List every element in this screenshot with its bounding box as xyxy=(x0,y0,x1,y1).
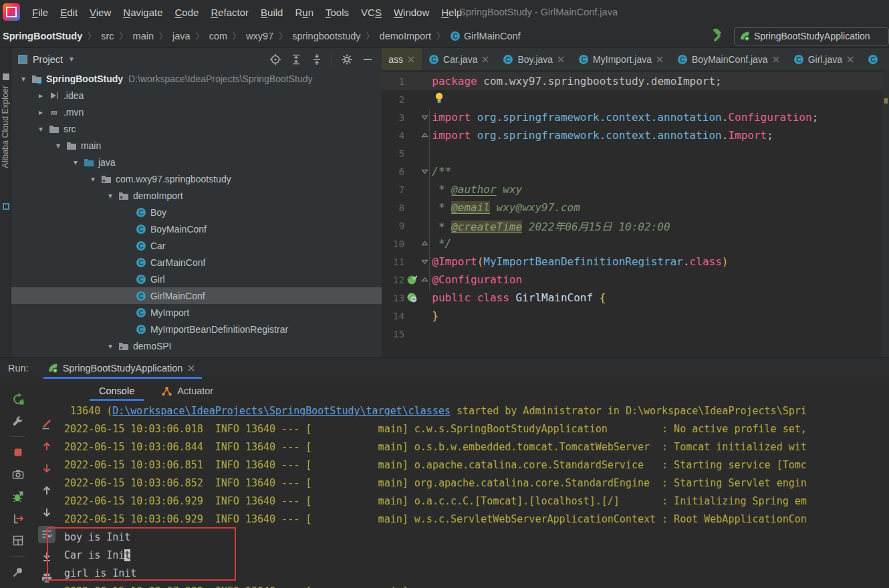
spring-conf-icon[interactable]: e xyxy=(404,293,419,303)
breadcrumb-item-girlmainconf[interactable]: CGirlMainConf xyxy=(450,31,521,41)
tree-item-idea[interactable]: ▸.idea xyxy=(11,87,382,104)
rerun-button[interactable] xyxy=(9,390,27,408)
close-icon[interactable] xyxy=(557,55,565,63)
minus-icon[interactable] xyxy=(362,53,374,65)
down-gray-button[interactable] xyxy=(38,504,55,521)
editor-tab-ass[interactable]: ass xyxy=(382,48,422,70)
exit-button[interactable] xyxy=(9,510,27,527)
tree-item-carmainconf[interactable]: CCarMainConf xyxy=(11,254,382,271)
menu-build[interactable]: Build xyxy=(255,7,289,18)
tree-item-myimport[interactable]: CMyImport xyxy=(11,304,382,321)
chevron-down-icon[interactable]: ▾ xyxy=(50,141,66,150)
tree-item-demoimport[interactable]: ▾demoImport xyxy=(11,187,382,204)
close-icon[interactable] xyxy=(846,55,854,63)
breadcrumb-item-demoimport[interactable]: demoImport xyxy=(380,31,431,41)
stop-button[interactable] xyxy=(9,444,27,461)
menu-file[interactable]: File xyxy=(26,7,54,18)
menu-navigate[interactable]: Navigate xyxy=(117,7,168,18)
chevron-down-icon[interactable]: ▼ xyxy=(68,55,75,63)
softwrap-button[interactable] xyxy=(38,526,55,543)
tree-item-java[interactable]: ▾java xyxy=(11,154,382,170)
scrollend-button[interactable] xyxy=(38,548,55,565)
close-icon[interactable] xyxy=(656,55,664,63)
breadcrumb-item-com[interactable]: com xyxy=(209,31,227,41)
print-button[interactable] xyxy=(38,570,55,587)
expand-icon[interactable] xyxy=(290,53,302,65)
breadcrumb-item-springbootstudy[interactable]: SpringBootStudy xyxy=(3,31,82,41)
console-path-link[interactable]: D:\workspace\IdeaProjects\SpringBootStud… xyxy=(112,405,451,417)
breadcrumb-item-src[interactable]: src xyxy=(101,31,114,41)
run-tab-springbootstudyapplication[interactable]: SpringBootStudyApplication xyxy=(43,358,203,378)
chevron-down-icon[interactable]: ▾ xyxy=(15,74,31,84)
clear-button[interactable] xyxy=(38,416,55,433)
editor-tab-car-java[interactable]: CCar.java xyxy=(422,48,496,70)
tree-item-girl[interactable]: CGirl xyxy=(11,271,382,287)
tree-item-com-wxy97-springbootstudy[interactable]: ▾com.wxy97.springbootstudy xyxy=(11,170,382,187)
tab-console[interactable]: Console xyxy=(99,381,134,401)
tool-stripe-icon-blue[interactable] xyxy=(3,203,9,210)
menu-edit[interactable]: Edit xyxy=(54,7,84,18)
up-red-button[interactable] xyxy=(38,438,55,455)
fold-up-icon[interactable] xyxy=(419,132,430,139)
close-icon[interactable] xyxy=(481,55,489,63)
editor-tab-boy-java[interactable]: CBoy.java xyxy=(496,48,572,70)
pin-button[interactable] xyxy=(9,563,27,581)
console-output[interactable]: 13640 (D:\workspace\IdeaProjects\SpringB… xyxy=(64,402,889,588)
chevron-down-icon[interactable]: ▾ xyxy=(85,174,101,184)
menu-refactor[interactable]: Refactor xyxy=(205,7,255,18)
chevron-right-icon[interactable]: ▸ xyxy=(33,108,49,117)
tree-item-demospi[interactable]: ▾demoSPI xyxy=(11,337,382,354)
menu-tools[interactable]: Tools xyxy=(320,7,355,18)
spring-bean-icon[interactable] xyxy=(404,275,419,285)
target-icon[interactable] xyxy=(269,53,281,65)
tool-stripe-icon[interactable] xyxy=(3,74,9,80)
tree-item-springbootstudy[interactable]: ▾SpringBootStudyD:\workspace\IdeaProject… xyxy=(11,70,382,87)
breadcrumb-item-main[interactable]: main xyxy=(133,31,154,41)
code-editor[interactable]: 1package com.wxy97.springbootstudy.demoI… xyxy=(382,70,889,357)
editor-tab-partial[interactable]: C xyxy=(861,48,889,70)
menu-vcs[interactable]: VCS xyxy=(355,7,388,18)
menu-view[interactable]: View xyxy=(84,7,117,18)
chevron-right-icon[interactable]: ▸ xyxy=(33,91,49,100)
chevron-down-icon[interactable]: ▾ xyxy=(33,124,49,134)
up-gray-button[interactable] xyxy=(38,482,55,499)
editor-scrollbar[interactable] xyxy=(882,70,889,357)
fold-down-icon[interactable] xyxy=(419,258,430,265)
fold-up-icon[interactable] xyxy=(419,276,430,283)
chevron-down-icon[interactable]: ▾ xyxy=(68,158,84,167)
tab-actuator[interactable]: Actuator xyxy=(161,381,213,401)
wrench-button[interactable] xyxy=(9,412,27,430)
tree-item-boymainconf[interactable]: CBoyMainConf xyxy=(11,220,382,237)
editor-tab-boymainconf-java[interactable]: CBoyMainConf.java xyxy=(670,48,787,70)
breadcrumb-item-wxy97[interactable]: wxy97 xyxy=(246,31,273,41)
breadcrumb-item-java[interactable]: java xyxy=(172,31,190,41)
layout-button[interactable] xyxy=(9,532,27,549)
menu-window[interactable]: Window xyxy=(388,7,435,18)
intention-bulb-icon[interactable] xyxy=(434,92,444,104)
collapse-icon[interactable] xyxy=(311,53,323,65)
breadcrumb-item-springbootstudy[interactable]: springbootstudy xyxy=(292,31,360,41)
tree-item-myimportbeandefinitionregistrar[interactable]: CMyImportBeanDefinitionRegistrar xyxy=(11,321,382,337)
editor-tab-girl-java[interactable]: CGirl.java xyxy=(787,48,861,70)
close-icon[interactable] xyxy=(407,55,415,63)
debug-button[interactable] xyxy=(9,488,27,505)
menu-run[interactable]: Run xyxy=(289,7,320,18)
chevron-down-icon[interactable]: ▾ xyxy=(102,191,118,200)
camera-button[interactable] xyxy=(9,466,27,483)
fold-down-icon[interactable] xyxy=(419,114,430,121)
build-hammer-icon[interactable] xyxy=(710,29,725,43)
tree-item-girlmainconf[interactable]: CGirlMainConf xyxy=(11,287,382,304)
fold-down-icon[interactable] xyxy=(419,168,430,175)
close-icon[interactable] xyxy=(772,55,780,63)
tool-stripe-item-alibaba-cloud-exploer[interactable]: Alibaba Cloud Exploer xyxy=(1,86,10,168)
menu-code[interactable]: Code xyxy=(169,7,205,18)
gear-icon[interactable] xyxy=(341,53,353,65)
run-configuration-select[interactable]: SpringBootStudyApplication xyxy=(734,27,889,45)
chevron-down-icon[interactable]: ▾ xyxy=(102,341,118,351)
project-panel-title[interactable]: Project xyxy=(33,54,63,65)
tree-item-main[interactable]: ▾main xyxy=(11,137,382,154)
editor-tab-myimport-java[interactable]: CMyImport.java xyxy=(572,48,670,70)
tree-item-src[interactable]: ▾src xyxy=(11,120,382,137)
close-icon[interactable] xyxy=(187,364,195,372)
tree-item-car[interactable]: CCar xyxy=(11,237,382,254)
